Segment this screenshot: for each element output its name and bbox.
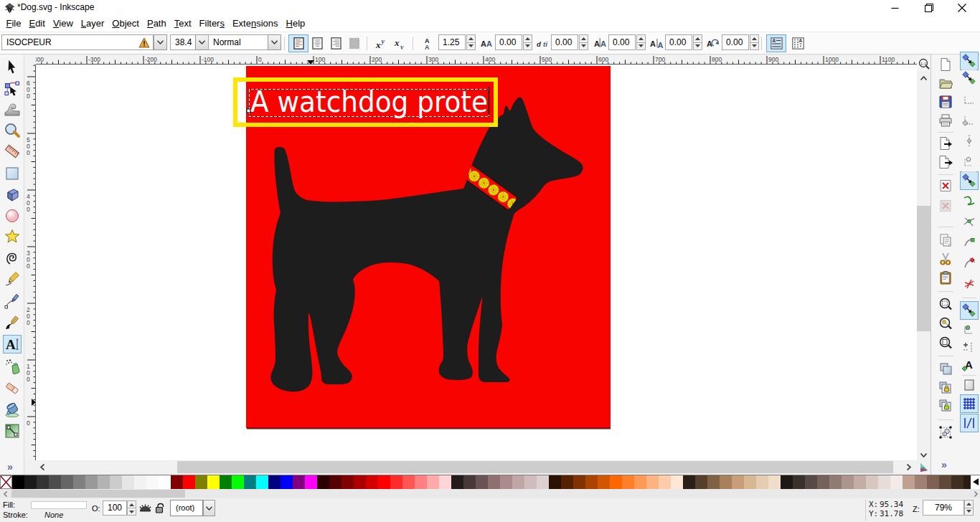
- font-family-dropdown-button[interactable]: [154, 34, 167, 50]
- save-document-button[interactable]: [936, 93, 955, 110]
- palette-swatch[interactable]: [842, 475, 854, 489]
- palette-swatch[interactable]: [866, 475, 878, 489]
- make-bitmap-copy-button[interactable]: [936, 424, 955, 441]
- palette-swatch[interactable]: [195, 475, 207, 489]
- snap-smooth-nodes-toggle[interactable]: [960, 254, 979, 272]
- palette-swatch[interactable]: [781, 475, 793, 489]
- palette-swatch-none[interactable]: [0, 475, 12, 489]
- color-managed-display-button[interactable]: [917, 461, 930, 473]
- palette-swatch[interactable]: [793, 475, 805, 489]
- palette-swatch[interactable]: [12, 475, 24, 489]
- palette-swatch[interactable]: [927, 475, 939, 489]
- palette-swatch[interactable]: [281, 475, 293, 489]
- palette-swatch[interactable]: [305, 475, 317, 489]
- vertical-scrollbar[interactable]: [917, 71, 930, 460]
- palette-swatch[interactable]: [951, 475, 963, 489]
- palette-swatch[interactable]: [341, 475, 354, 489]
- menu-help[interactable]: Help: [282, 16, 309, 32]
- palette-swatch[interactable]: [488, 475, 500, 489]
- snap-guides-toggle[interactable]: [960, 414, 979, 432]
- palette-swatch[interactable]: [317, 475, 329, 489]
- word-spacing-spin-buttons[interactable]: [579, 34, 588, 50]
- font-style-combo[interactable]: Normal: [208, 34, 268, 50]
- palette-swatch[interactable]: [402, 475, 415, 489]
- canvas[interactable]: A watchdog prote: [36, 65, 917, 460]
- undo-button[interactable]: [936, 177, 955, 194]
- snap-text-baselines-toggle[interactable]: A: [960, 356, 979, 374]
- letter-spacing-spin-buttons[interactable]: [523, 34, 532, 50]
- text-horizontal-button[interactable]: A: [766, 34, 786, 52]
- palette-swatch[interactable]: [659, 475, 671, 489]
- menu-filters[interactable]: Filters: [195, 16, 228, 32]
- tool-tweak[interactable]: [3, 100, 22, 118]
- scroll-down-arrow[interactable]: [917, 450, 930, 460]
- palette-swatch[interactable]: [146, 475, 159, 489]
- snap-path-intersections-toggle[interactable]: [960, 212, 979, 231]
- snap-bbox-centers-toggle[interactable]: [960, 152, 979, 171]
- palette-swatch[interactable]: [573, 475, 585, 489]
- unlock-icon[interactable]: [155, 502, 166, 513]
- vertical-shift-spin-buttons[interactable]: [693, 34, 702, 50]
- snap-master-toggle[interactable]: [960, 52, 979, 70]
- tool-ellipse[interactable]: [3, 207, 22, 225]
- zoom-to-selection-button[interactable]: [936, 295, 955, 313]
- snap-cusp-nodes-toggle[interactable]: [960, 233, 979, 252]
- tool-bezier-pen[interactable]: [3, 292, 22, 310]
- palette-swatch[interactable]: [98, 475, 110, 489]
- layer-selector-dropdown-button[interactable]: [203, 500, 215, 516]
- palette-swatch[interactable]: [598, 475, 610, 489]
- zoom-to-page-button[interactable]: [936, 334, 955, 351]
- snap-object-centers-toggle[interactable]: [960, 320, 979, 338]
- layer-selector[interactable]: (root): [170, 500, 203, 516]
- menu-view[interactable]: View: [49, 16, 77, 32]
- print-document-button[interactable]: [936, 112, 955, 129]
- palette-swatch[interactable]: [415, 475, 427, 489]
- duplicate-button[interactable]: [936, 360, 955, 377]
- word-spacing-spinbox[interactable]: 0.00: [551, 34, 578, 50]
- character-rotation-spin-buttons[interactable]: [750, 34, 759, 50]
- palette-swatch[interactable]: [378, 475, 390, 489]
- palette-swatch[interactable]: [756, 475, 768, 489]
- subscript-button[interactable]: xy: [390, 34, 410, 52]
- unlink-clone-button[interactable]: [936, 397, 955, 414]
- tool-gradient[interactable]: [3, 422, 22, 440]
- paste-button[interactable]: [936, 269, 955, 286]
- palette-swatch[interactable]: [293, 475, 305, 489]
- open-document-button[interactable]: [936, 75, 955, 92]
- stroke-value[interactable]: None: [44, 511, 63, 519]
- font-family-combo[interactable]: ISOCPEUR: [1, 34, 154, 50]
- palette-swatch[interactable]: [524, 475, 537, 489]
- palette-swatch[interactable]: [695, 475, 707, 489]
- horizontal-ruler[interactable]: -400-300-200-100010020030040050060070080…: [36, 56, 917, 65]
- snap-bbox-edge-midpoints-toggle[interactable]: [960, 131, 979, 150]
- menu-text[interactable]: Text: [170, 16, 195, 32]
- palette-swatch[interactable]: [439, 475, 451, 489]
- align-justify-button[interactable]: [344, 34, 364, 52]
- palette-swatch[interactable]: [171, 475, 183, 489]
- scroll-up-arrow[interactable]: [917, 72, 930, 83]
- palette-swatch[interactable]: [939, 475, 951, 489]
- palette-swatch[interactable]: [732, 475, 744, 489]
- export-bitmap-button[interactable]: [936, 153, 955, 171]
- palette-swatch[interactable]: [585, 475, 598, 489]
- palette-swatch[interactable]: [49, 475, 61, 489]
- palette-swatch[interactable]: [268, 475, 281, 489]
- restore-button[interactable]: [913, 0, 946, 16]
- palette-swatch[interactable]: [561, 475, 573, 489]
- commands-overflow-button[interactable]: »: [941, 459, 947, 470]
- align-right-button[interactable]: [326, 34, 346, 52]
- cut-button[interactable]: [936, 250, 955, 267]
- font-style-dropdown-button[interactable]: [268, 34, 281, 50]
- menu-extensions[interactable]: Extensions: [228, 16, 282, 32]
- create-clone-button[interactable]: [936, 379, 955, 397]
- palette-scrollbar-thumb[interactable]: [11, 490, 185, 498]
- palette-swatch[interactable]: [451, 475, 463, 489]
- character-rotation-spinbox[interactable]: 0.00: [722, 34, 749, 50]
- toolbox-overflow-button[interactable]: »: [7, 461, 13, 473]
- minimize-button[interactable]: [878, 0, 911, 16]
- zoom-spinbox[interactable]: 79%: [923, 500, 964, 516]
- palette-scroll-left-arrow[interactable]: [0, 490, 10, 497]
- vertical-ruler[interactable]: 6005004003002001000: [24, 65, 36, 460]
- palette-swatch[interactable]: [683, 475, 695, 489]
- horizontal-scrollbar-thumb[interactable]: [177, 461, 893, 473]
